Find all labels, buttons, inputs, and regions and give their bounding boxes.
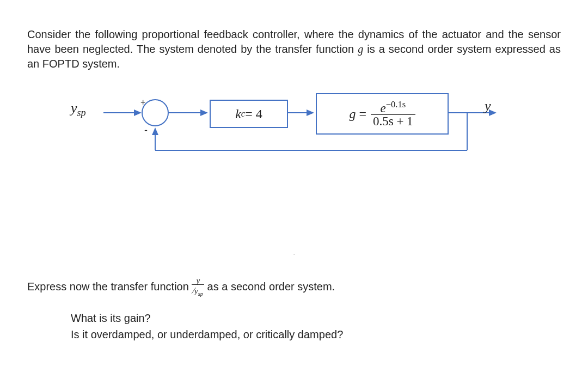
problem-statement: Consider the following proportional feed… <box>27 27 561 71</box>
output-signal-label: y <box>485 96 491 115</box>
diagram-lines <box>44 93 534 186</box>
controller-block: kc = 4 <box>210 100 288 128</box>
sum-minus-label: - <box>144 124 148 137</box>
sub-questions: What is its gain? Is it overdamped, or u… <box>71 310 561 343</box>
input-signal-label: ysp <box>71 99 86 120</box>
plant-block: g = e−0.1s 0.5s + 1 <box>316 93 449 135</box>
g-symbol: g <box>358 43 363 55</box>
svg-point-1 <box>142 100 168 126</box>
block-diagram: ysp + - kc = 4 g = e−0.1s 0.5s + 1 y <box>44 93 561 191</box>
dot-separator: . <box>27 251 561 257</box>
transfer-function-fraction: y⁄ysp <box>192 273 204 298</box>
question-gain: What is its gain? <box>71 310 561 326</box>
sum-plus-label: + <box>140 96 145 108</box>
question-express: Express now the transfer function y⁄ysp … <box>27 273 561 298</box>
question-damping: Is it overdamped, or underdamped, or cri… <box>71 326 561 343</box>
